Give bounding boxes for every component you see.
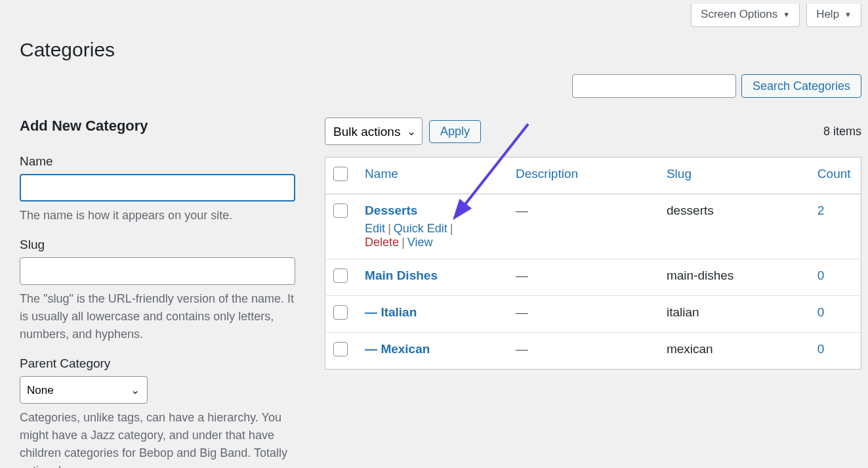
search-categories-button[interactable]: Search Categories [741,74,861,98]
select-all-checkbox[interactable] [333,167,348,181]
row-checkbox[interactable] [333,268,348,283]
table-row: DessertsEdit|Quick Edit|Delete|View—dess… [325,194,861,259]
slug-help: The "slug" is the URL-friendly version o… [20,290,295,343]
slug-value: main-dishes [667,268,734,282]
add-new-category-heading: Add New Category [20,117,299,135]
row-checkbox[interactable] [333,342,348,356]
count-link[interactable]: 0 [817,268,825,282]
count-link[interactable]: 0 [817,342,825,356]
child-prefix: — [365,305,381,319]
column-name[interactable]: Name [365,167,398,181]
chevron-down-icon: ▼ [844,11,852,18]
count-link[interactable]: 0 [817,305,825,319]
items-count: 8 items [823,125,861,138]
row-checkbox[interactable] [333,203,348,218]
search-input[interactable] [572,74,736,98]
name-help: The name is how it appears on your site. [20,207,295,224]
slug-value: italian [667,305,699,319]
categories-table: Name Description Slug Count DessertsEdit… [325,157,861,370]
table-row: — Italian—italian0 [325,296,861,333]
category-link[interactable]: Italian [381,305,417,319]
child-prefix: — [365,342,381,356]
slug-label: Slug [20,238,299,252]
parent-help: Categories, unlike tags, can have a hier… [20,409,295,468]
parent-category-label: Parent Category [20,356,299,371]
help-label: Help [816,8,839,21]
description-value: — [516,342,528,356]
name-input[interactable] [20,174,295,202]
category-link[interactable]: Mexican [381,342,430,356]
category-link[interactable]: Main Dishes [365,268,438,282]
parent-category-select[interactable]: None [20,376,148,404]
column-count[interactable]: Count [817,167,851,181]
screen-options-label: Screen Options [701,8,777,21]
row-actions: Edit|Quick Edit|Delete|View [365,222,500,249]
chevron-down-icon: ▼ [783,11,790,18]
help-button[interactable]: Help ▼ [806,4,861,27]
category-link[interactable]: Desserts [365,203,417,217]
screen-options-button[interactable]: Screen Options ▼ [691,4,800,27]
row-checkbox[interactable] [333,305,348,320]
slug-input[interactable] [20,257,295,285]
slug-value: desserts [667,203,714,217]
apply-button[interactable]: Apply [429,120,481,143]
slug-value: mexican [667,342,713,356]
table-row: — Mexican—mexican0 [325,333,861,370]
count-link[interactable]: 2 [817,203,825,217]
edit-link[interactable]: Edit [365,222,385,235]
name-label: Name [20,154,299,169]
column-slug[interactable]: Slug [667,167,692,181]
page-title: Categories [0,27,868,61]
view-link[interactable]: View [407,236,433,249]
column-description[interactable]: Description [516,167,578,181]
quick-edit-link[interactable]: Quick Edit [394,222,447,235]
bulk-actions-select[interactable]: Bulk actions [325,117,423,145]
description-value: — [516,203,528,217]
delete-link[interactable]: Delete [365,236,399,249]
table-row: Main Dishes—main-dishes0 [325,259,861,296]
description-value: — [516,268,528,282]
description-value: — [516,305,528,319]
